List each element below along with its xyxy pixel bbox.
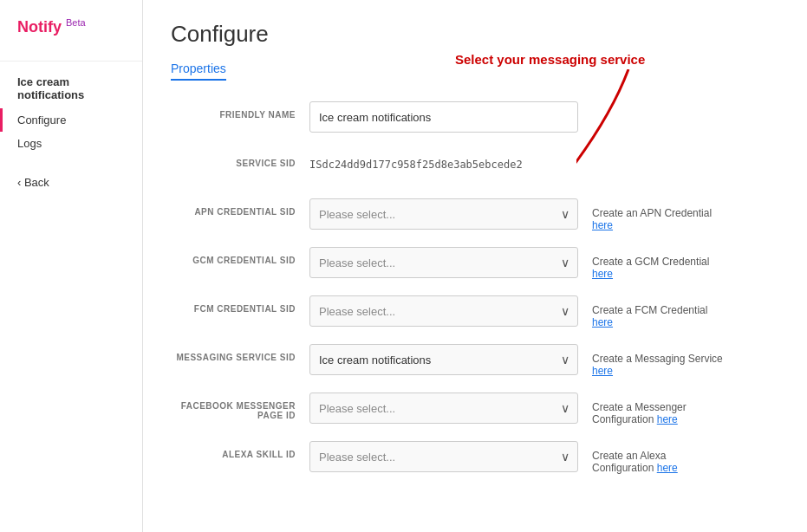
sidebar-logs-label: Logs xyxy=(17,137,42,150)
gcm-select[interactable]: Please select... xyxy=(309,247,578,278)
form-row-alexa: ALEXA SKILL ID Please select... Create a… xyxy=(171,441,779,476)
annotation-container: Select your messaging service xyxy=(455,52,645,67)
sidebar-configure-label: Configure xyxy=(17,114,66,127)
gcm-helper-text: Create a GCM Credential xyxy=(592,256,709,268)
label-friendly-name: FRIENDLY NAME xyxy=(171,101,309,120)
notify-brand: Notify xyxy=(17,18,62,36)
fcm-helper-link[interactable]: here xyxy=(592,316,613,328)
annotation-text: Select your messaging service xyxy=(455,52,645,67)
facebook-select[interactable]: Please select... xyxy=(309,393,578,424)
form-row-gcm: GCM CREDENTIAL SID Please select... Crea… xyxy=(171,247,779,282)
service-sid-value: ISdc24dd9d177c958f25d8e3ab5ebcede2 xyxy=(309,150,578,171)
form-row-service-sid: SERVICE SID ISdc24dd9d177c958f25d8e3ab5e… xyxy=(171,150,779,185)
gcm-wrap: Please select... xyxy=(309,247,578,278)
apn-select[interactable]: Please select... xyxy=(309,198,578,230)
fcm-select[interactable]: Please select... xyxy=(309,295,578,327)
beta-badge: Beta xyxy=(66,17,86,28)
label-messaging: MESSAGING SERVICE SID xyxy=(171,344,309,362)
messaging-wrap: Ice cream notifications xyxy=(309,344,578,375)
sidebar: Notify Beta Ice cream notifications Conf… xyxy=(0,0,143,532)
alexa-helper-link[interactable]: here xyxy=(657,462,678,474)
gcm-select-wrapper: Please select... xyxy=(309,247,578,278)
form-row-fcm: FCM CREDENTIAL SID Please select... Crea… xyxy=(171,295,779,330)
sidebar-back-button[interactable]: Back xyxy=(0,162,142,203)
fcm-helper-text: Create a FCM Credential xyxy=(592,304,707,316)
label-fcm: FCM CREDENTIAL SID xyxy=(171,295,309,314)
apn-helper-text: Create an APN Credential xyxy=(592,207,712,219)
messaging-select-wrapper: Ice cream notifications xyxy=(309,344,578,375)
apn-wrap: Please select... xyxy=(309,198,578,230)
friendly-name-wrap xyxy=(309,101,578,133)
facebook-helper: Create a Messenger Configuration here xyxy=(592,393,731,425)
messaging-helper: Create a Messaging Service here xyxy=(592,344,731,377)
sidebar-item-configure[interactable]: Configure xyxy=(0,108,142,132)
fcm-wrap: Please select... xyxy=(309,295,578,327)
sidebar-logo: Notify Beta xyxy=(0,17,142,54)
apn-select-wrapper: Please select... xyxy=(309,198,578,230)
form-row-facebook: FACEBOOK MESSENGER PAGE ID Please select… xyxy=(171,393,779,427)
label-alexa: ALEXA SKILL ID xyxy=(171,441,309,459)
sidebar-divider xyxy=(0,61,142,62)
alexa-select[interactable]: Please select... xyxy=(309,441,578,472)
sidebar-item-logs[interactable]: Logs xyxy=(0,132,142,155)
fcm-select-wrapper: Please select... xyxy=(309,295,578,327)
gcm-helper-link[interactable]: here xyxy=(592,268,613,280)
gcm-helper: Create a GCM Credential here xyxy=(592,247,731,280)
form-row-messaging: MESSAGING SERVICE SID Ice cream notifica… xyxy=(171,344,779,379)
sidebar-section-title: Ice cream notifications xyxy=(0,68,142,108)
facebook-wrap: Please select... xyxy=(309,393,578,424)
label-service-sid: SERVICE SID xyxy=(171,150,309,168)
label-apn: APN CREDENTIAL SID xyxy=(171,198,309,217)
friendly-name-input[interactable] xyxy=(309,101,578,133)
main-content: Select your messaging service Configure … xyxy=(143,0,807,532)
label-gcm: GCM CREDENTIAL SID xyxy=(171,247,309,265)
messaging-select[interactable]: Ice cream notifications xyxy=(309,344,578,375)
alexa-helper-text: Create an Alexa Configuration xyxy=(592,450,666,474)
apn-helper-link[interactable]: here xyxy=(592,219,613,231)
page-title: Configure xyxy=(171,21,779,48)
facebook-select-wrapper: Please select... xyxy=(309,393,578,424)
apn-helper: Create an APN Credential here xyxy=(592,198,731,231)
facebook-helper-link[interactable]: here xyxy=(657,413,678,425)
tab-properties[interactable]: Properties xyxy=(171,62,226,81)
messaging-helper-link[interactable]: here xyxy=(592,365,613,377)
form-row-apn: APN CREDENTIAL SID Please select... Crea… xyxy=(171,198,779,233)
messaging-helper-text: Create a Messaging Service xyxy=(592,353,723,365)
alexa-wrap: Please select... xyxy=(309,441,578,472)
alexa-select-wrapper: Please select... xyxy=(309,441,578,472)
fcm-helper: Create a FCM Credential here xyxy=(592,295,731,328)
form-row-friendly-name: FRIENDLY NAME xyxy=(171,101,779,136)
service-sid-wrap: ISdc24dd9d177c958f25d8e3ab5ebcede2 xyxy=(309,150,578,171)
alexa-helper: Create an Alexa Configuration here xyxy=(592,441,731,474)
label-facebook: FACEBOOK MESSENGER PAGE ID xyxy=(171,393,309,420)
